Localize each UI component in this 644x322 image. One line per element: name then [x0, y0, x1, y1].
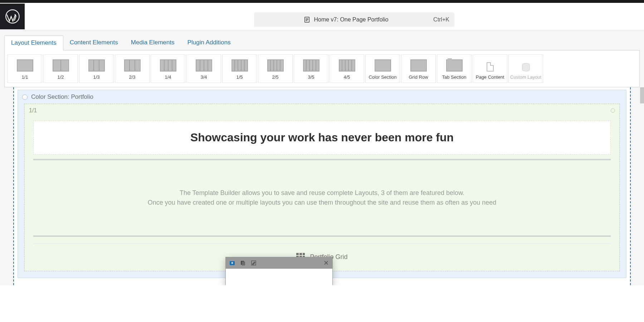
layout-elem-label: 3/5	[308, 74, 314, 80]
columns-icon	[267, 59, 284, 72]
layout-elem-label: Page Content	[476, 74, 504, 80]
layout-elem-4-5[interactable]: 4/5	[330, 54, 364, 83]
section-toggle-icon[interactable]	[22, 94, 28, 100]
layout-elem-1-3[interactable]: 1/3	[79, 54, 114, 83]
desc-line-1: The Template Builder allows you to save …	[40, 188, 604, 198]
tabs-row: Layout ElementsContent ElementsMedia Ele…	[4, 35, 640, 50]
layout-elem-tab-section[interactable]: Tab Section	[437, 54, 472, 83]
layout-elem-label: 1/2	[57, 74, 64, 80]
layout-elem-3-5[interactable]: 3/5	[294, 54, 328, 83]
layout-elem-1-4[interactable]: 1/4	[151, 54, 185, 83]
copy-icon[interactable]	[240, 260, 246, 266]
layout-elem-label: 2/3	[129, 74, 135, 80]
columns-icon	[124, 59, 141, 72]
columns-icon	[339, 59, 355, 72]
document-icon	[304, 16, 310, 23]
canvas[interactable]: Color Section: Portfolio 1/1 Showcasing …	[13, 87, 631, 285]
page-title-search[interactable]: Home v7: One Page Portfolio Ctrl+K	[254, 13, 454, 27]
heading-text: Showcasing your work has never been more…	[41, 131, 603, 144]
color-section-label: Color Section: Portfolio	[31, 93, 93, 101]
layout-elem-label: 3/4	[200, 74, 207, 80]
layout-elem-label: 1/3	[93, 74, 99, 80]
layout-elem-2-3[interactable]: 2/3	[115, 54, 150, 83]
separator-element[interactable]	[33, 159, 611, 160]
layout-elem-label: Custom Layout	[510, 74, 541, 80]
columns-icon	[160, 59, 176, 72]
db-icon	[522, 63, 530, 72]
layout-elem-color-section[interactable]: Color Section	[365, 54, 400, 83]
layout-elem-label: 2/5	[272, 74, 278, 80]
columns-icon	[196, 59, 212, 72]
layout-elem-label: Tab Section	[442, 74, 467, 80]
tab-media-elements[interactable]: Media Elements	[125, 35, 181, 50]
edit-icon[interactable]	[251, 260, 257, 266]
wordpress-logo[interactable]	[0, 4, 25, 29]
layout-elem-custom-layout[interactable]: Custom Layout	[508, 54, 543, 83]
column-full[interactable]: 1/1 Showcasing your work has never been …	[24, 104, 620, 271]
full-icon	[375, 59, 391, 72]
heading-element[interactable]: Showcasing your work has never been more…	[33, 121, 611, 155]
layout-elem-3-4[interactable]: 3/4	[186, 54, 221, 83]
popover-header[interactable]: ✕	[226, 257, 332, 269]
tabsec-icon	[446, 59, 463, 72]
columns-icon	[231, 59, 248, 72]
layout-elem-1-1[interactable]: 1/1	[8, 54, 42, 83]
tab-layout-elements[interactable]: Layout Elements	[4, 35, 63, 50]
color-section-header[interactable]: Color Section: Portfolio	[18, 90, 626, 104]
shortcut-hint: Ctrl+K	[433, 16, 449, 23]
desc-line-2: Once you have created one or multiple la…	[40, 198, 604, 208]
layout-elem-label: 1/5	[236, 74, 243, 80]
add-icon[interactable]	[229, 260, 235, 266]
layout-elements-row: 1/11/21/32/31/43/41/52/53/54/5Color Sect…	[4, 50, 640, 87]
grid-icon	[410, 59, 427, 72]
column-drag-handle-icon[interactable]	[611, 108, 615, 113]
tab-content-elements[interactable]: Content Elements	[63, 35, 125, 50]
columns-icon	[53, 59, 69, 72]
builder-toolbar: Layout ElementsContent ElementsMedia Ele…	[0, 30, 644, 87]
tab-plugin-additions[interactable]: Plugin Additions	[181, 35, 237, 50]
layout-elem-label: 4/5	[343, 74, 350, 80]
layout-elem-2-5[interactable]: 2/5	[258, 54, 293, 83]
close-icon[interactable]: ✕	[323, 259, 329, 267]
columns-icon	[17, 59, 33, 72]
element-action-popover[interactable]: ✕	[225, 257, 333, 285]
wordpress-icon	[5, 9, 20, 24]
layout-elem-label: Color Section	[369, 74, 396, 80]
doc-icon	[487, 62, 494, 72]
layout-elem-page-content[interactable]: Page Content	[473, 54, 507, 83]
color-section[interactable]: Color Section: Portfolio 1/1 Showcasing …	[18, 90, 626, 278]
svg-rect-7	[242, 262, 245, 265]
admin-top-strip	[0, 0, 644, 3]
layout-elem-label: 1/4	[165, 74, 171, 80]
page-title: Home v7: One Page Portfolio	[314, 16, 388, 23]
layout-elem-1-2[interactable]: 1/2	[43, 54, 78, 83]
separator-element-2[interactable]	[33, 235, 611, 237]
column-label: 1/1	[29, 107, 37, 114]
layout-elem-1-5[interactable]: 1/5	[222, 54, 257, 83]
scrollbar-thumb[interactable]	[640, 87, 644, 103]
app-header: Home v7: One Page Portfolio Ctrl+K	[0, 3, 644, 30]
layout-elem-label: 1/1	[21, 74, 28, 80]
columns-icon	[88, 59, 105, 72]
text-block-element[interactable]: The Template Builder allows you to save …	[33, 167, 611, 229]
layout-elem-label: Grid Row	[409, 74, 428, 80]
layout-elem-grid-row[interactable]: Grid Row	[401, 54, 436, 83]
canvas-wrap: Color Section: Portfolio 1/1 Showcasing …	[0, 87, 644, 285]
column-header[interactable]: 1/1	[25, 104, 619, 117]
columns-icon	[303, 59, 319, 72]
